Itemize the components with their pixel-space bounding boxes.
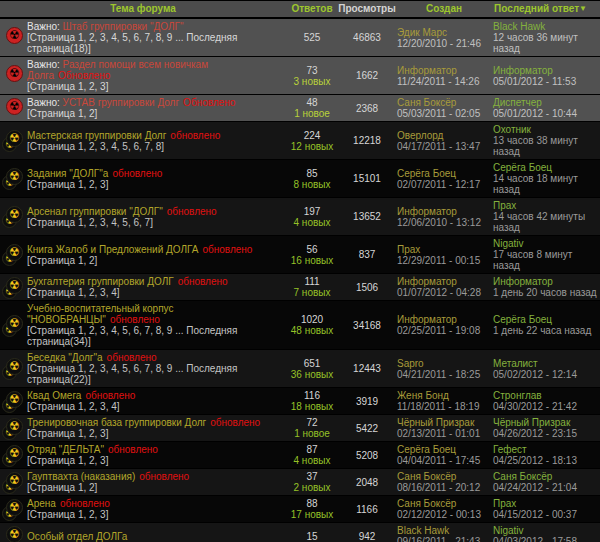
created-by-user[interactable]: Black Hawk [397,525,491,536]
last-reply-cell: Серёга Боец1 день 22 часа назад [492,314,600,336]
last-reply-user[interactable]: Металист [493,358,599,369]
created-by-user[interactable]: Серёга Боец [397,168,491,179]
col-header-last-reply[interactable]: Последний ответ▼ [492,3,600,14]
created-by-user[interactable]: Информатор [397,65,491,76]
topic-title-line: Квад Омегаобновлено [27,390,285,401]
created-by-user[interactable]: Саня Боксёр [397,498,491,509]
new-replies-count: 17 новых [287,509,337,520]
page-links[interactable]: [Страница 1, 2, 3, 4, 5, 6, 7, 8, 9 ... … [27,363,285,385]
created-by-user[interactable]: Женя Бонд [397,390,491,401]
page-links[interactable]: [Страница 1, 2, 3, 4, 5, 6, 7] [27,217,285,228]
page-links[interactable]: [Страница 1, 2] [27,108,285,119]
topic-icon-wrap: ☢ [2,98,24,119]
topic-link[interactable]: Бухгалтерия группировки ДОЛГ [27,276,174,287]
topic-row: ☢☢Учебно-воспитательный корпус "НОВОБРАН… [0,301,600,350]
topic-link[interactable]: Задания "ДОЛГ"а [27,168,108,179]
radiation-yellow-icon: ☢ [6,206,23,223]
last-reply-cell: Саня Боксёр04/24/2012 - 21:04 [492,471,600,493]
topic-link[interactable]: Квад Омега [27,390,81,401]
radiation-yellow-icon: ☢ [6,130,23,147]
created-by-user[interactable]: Саня Боксёр [397,471,491,482]
topic-link[interactable]: Особый отдел ДОЛГа [27,531,127,542]
last-reply-user[interactable]: Диспетчер [493,97,599,108]
topic-title-line: Бухгалтерия группировки ДОЛГобновлено [27,276,285,287]
new-replies-count: 1 новое [287,428,337,439]
last-reply-user[interactable]: Прах [493,200,599,211]
new-replies-count: 3 новых [287,76,337,87]
col-header-created[interactable]: Создан [396,3,492,14]
sort-descending-icon[interactable]: ▼ [579,4,587,13]
last-reply-user[interactable]: Охотник [493,124,599,135]
created-by-user[interactable]: Эдик Марс [397,27,491,38]
page-links[interactable]: [Страница 1, 2, 3] [27,81,285,92]
page-links[interactable]: [Страница 1, 2, 3, 4, 5, 6, 7, 8, 9 ... … [27,325,285,347]
created-cell: Информатор12/06/2010 - 13:12 [396,206,492,228]
radiation-yellow-icon: ☢ [6,168,23,185]
last-reply-user[interactable]: Black Hawk [493,21,599,32]
topic-link[interactable]: Арена [27,498,56,509]
page-links[interactable]: [Страница 1, 2, 3, 4] [27,287,285,298]
created-by-user[interactable]: Чёрный Призрак [397,417,491,428]
last-reply-user[interactable]: Серёга Боец [493,314,599,325]
created-cell: Информатор02/25/2011 - 19:08 [396,314,492,336]
topic-link[interactable]: Гауптвахта (наказания) [27,471,135,482]
replies-cell: 11618 новых [286,390,338,412]
topic-title-line: Книга Жалоб и Предложений ДОЛГАобновлено [27,244,285,255]
col-header-views[interactable]: Просмотры [338,3,396,14]
page-links[interactable]: [Страница 1, 2, 3, 4, 5, 6, 7, 8, 9 ... … [27,32,285,54]
topic-link[interactable]: Арсенал группировки "ДОЛГ" [27,206,163,217]
last-reply-user[interactable]: Nigativ [493,238,599,249]
last-reply-user[interactable]: Гефест [493,444,599,455]
created-by-user[interactable]: Саня Боксёр [397,97,491,108]
topic-link[interactable]: УСТАВ группировки Долг [63,97,180,108]
topic-text: Мастерская группировки Долгобновлено[Стр… [27,130,285,152]
page-links[interactable]: [Страница 1, 2, 3] [27,455,285,466]
page-links[interactable]: [Страница 1, 2, 3, 4] [27,401,285,412]
created-by-user[interactable]: Информатор [397,314,491,325]
topic-link[interactable]: Книга Жалоб и Предложений ДОЛГА [27,244,198,255]
created-by-user[interactable]: Sapro [397,358,491,369]
page-links[interactable]: [Страница 1, 2, 3, 4, 5, 6, 7, 8] [27,141,285,152]
last-reply-time: 05/01/2012 - 11:53 [493,76,599,87]
col-header-replies[interactable]: Ответов [286,3,338,14]
last-reply-user[interactable]: Nigativ [493,525,599,536]
last-reply-user[interactable]: Информатор [493,276,599,287]
view-count: 13652 [338,211,396,222]
topic-icon-wrap: ☢☢ [2,499,24,520]
topic-link[interactable]: Штаб группировки "ДОЛГ" [63,21,184,32]
created-by-user[interactable]: Информатор [397,276,491,287]
topic-link[interactable]: Беседка "Долг"а [27,352,103,363]
topic-link[interactable]: Тренировочная база группировки Долг [27,417,206,428]
last-reply-user[interactable]: Стронглав [493,390,599,401]
topic-link[interactable]: Мастерская группировки Долг [27,130,166,141]
topic-text: Особый отдел ДОЛГа [27,531,285,542]
reply-count: 116 [287,390,337,401]
view-count: 1506 [338,282,396,293]
radiation-yellow-icon: ☢ [6,358,23,375]
last-reply-user[interactable]: Информатор [493,65,599,76]
page-links[interactable]: [Страница 1, 2, 3] [27,428,285,439]
new-replies-count: 48 новых [287,325,337,336]
last-reply-user[interactable]: Саня Боксёр [493,471,599,482]
created-by-user[interactable]: Информатор [397,206,491,217]
topic-row: ☢☢Арсенал группировки "ДОЛГ"обновлено[Ст… [0,198,600,236]
col-header-topic[interactable]: Тема форума [0,3,286,14]
page-links[interactable]: [Страница 1, 2] [27,482,285,493]
page-links[interactable]: [Страница 1, 2] [27,255,285,266]
last-reply-cell: Охотник13 часов 38 минут назад [492,124,600,157]
last-reply-user[interactable]: Серёга Боец [493,162,599,173]
last-reply-user[interactable]: Прах [493,498,599,509]
updated-badge: обновлено [107,352,157,363]
last-reply-time: 17 часов 8 минут назад [493,249,599,271]
created-by-user[interactable]: Прах [397,244,491,255]
created-by-user[interactable]: Серёга Боец [397,444,491,455]
page-links[interactable]: [Страница 1, 2, 3] [27,179,285,190]
radiation-red-icon: ☢ [6,98,23,115]
last-reply-user[interactable]: Чёрный Призрак [493,417,599,428]
created-by-user[interactable]: Оверлорд [397,130,491,141]
created-cell: Саня Боксёр05/03/2011 - 02:05 [396,97,492,119]
replies-cell: 22412 новых [286,130,338,152]
topic-link[interactable]: Отряд "ДЕЛЬТА" [27,444,104,455]
last-reply-time: 14 часов 42 минуты назад [493,211,599,233]
page-links[interactable]: [Страница 1, 2, 3] [27,509,285,520]
